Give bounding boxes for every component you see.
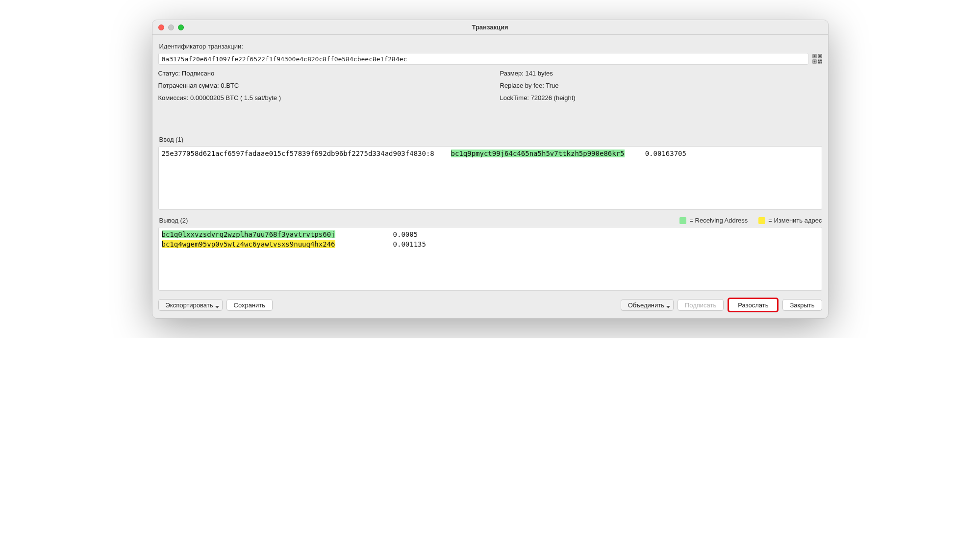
outputs-label: Вывод (2): [159, 217, 188, 224]
svg-rect-9: [821, 62, 822, 63]
info-grid: Статус: Подписано Потраченная сумма: 0.B…: [158, 70, 822, 101]
size-line: Размер: 141 bytes: [500, 70, 822, 77]
export-button[interactable]: Экспортировать: [158, 299, 223, 311]
content-area: Идентификатор транзакции: 0a3175af20e64f…: [152, 35, 828, 318]
legend-receiving: = Receiving Address: [689, 217, 748, 224]
spent-line: Потраченная сумма: 0.BTC: [158, 82, 480, 89]
close-button[interactable]: Закрыть: [782, 299, 822, 311]
combine-button[interactable]: Объединить: [621, 299, 674, 311]
inputs-list[interactable]: 25e377058d621acf6597fadaae015cf57839f692…: [158, 146, 822, 210]
svg-rect-6: [818, 60, 819, 61]
locktime-line: LockTime: 720226 (height): [500, 94, 822, 101]
titlebar: Транзакция: [152, 20, 828, 35]
txid-label: Идентификатор транзакции:: [159, 43, 822, 50]
save-button[interactable]: Сохранить: [226, 299, 273, 311]
svg-rect-8: [818, 62, 820, 63]
qr-code-icon[interactable]: [812, 54, 822, 64]
input-amount: 0.00163705: [645, 150, 686, 157]
txid-field[interactable]: 0a3175af20e64f1097fe22f6522f1f94300e4c82…: [158, 53, 808, 65]
footer: Экспортировать Сохранить Объединить Подп…: [158, 298, 822, 312]
broadcast-button[interactable]: Разослать: [728, 298, 779, 312]
window-title: Транзакция: [152, 24, 828, 31]
input-row[interactable]: 25e377058d621acf6597fadaae015cf57839f692…: [162, 149, 819, 158]
output-amount: 0.0005: [393, 230, 418, 238]
outputs-list[interactable]: bc1q0lxxvzsdvrq2wzplha7uu768f3yavtrvtps6…: [158, 227, 822, 291]
inputs-label: Ввод (1): [159, 136, 822, 143]
legend: = Receiving Address = Изменить адрес: [679, 217, 822, 224]
transaction-window: Транзакция Идентификатор транзакции: 0a3…: [152, 20, 829, 319]
svg-rect-1: [814, 55, 815, 57]
legend-change: = Изменить адрес: [768, 217, 822, 224]
svg-rect-5: [814, 61, 815, 62]
legend-swatch-yellow: [758, 217, 765, 224]
input-outpoint: 25e377058d621acf6597fadaae015cf57839f692…: [162, 150, 434, 157]
output-amount: 0.001135: [393, 240, 426, 248]
output-row[interactable]: bc1q4wgem95vp0v5wtz4wc6yawtvsxs9nuuq4hx2…: [162, 239, 819, 249]
svg-rect-3: [819, 55, 821, 57]
output-row[interactable]: bc1q0lxxvzsdvrq2wzplha7uu768f3yavtrvtps6…: [162, 229, 819, 239]
svg-rect-7: [820, 60, 822, 61]
output-address: bc1q4wgem95vp0v5wtz4wc6yawtvsxs9nuuq4hx2…: [162, 240, 335, 248]
fee-line: Комиссия: 0.00000205 BTC ( 1.5 sat/byte …: [158, 94, 480, 101]
status-line: Статус: Подписано: [158, 70, 480, 77]
input-address: bc1q9pmyct99j64c465na5h5v7ttkzh5p990e86k…: [451, 150, 625, 157]
legend-swatch-green: [679, 217, 686, 224]
rbf-line: Replace by fee: True: [500, 82, 822, 89]
sign-button: Подписать: [678, 299, 724, 311]
output-address: bc1q0lxxvzsdvrq2wzplha7uu768f3yavtrvtps6…: [162, 230, 335, 238]
